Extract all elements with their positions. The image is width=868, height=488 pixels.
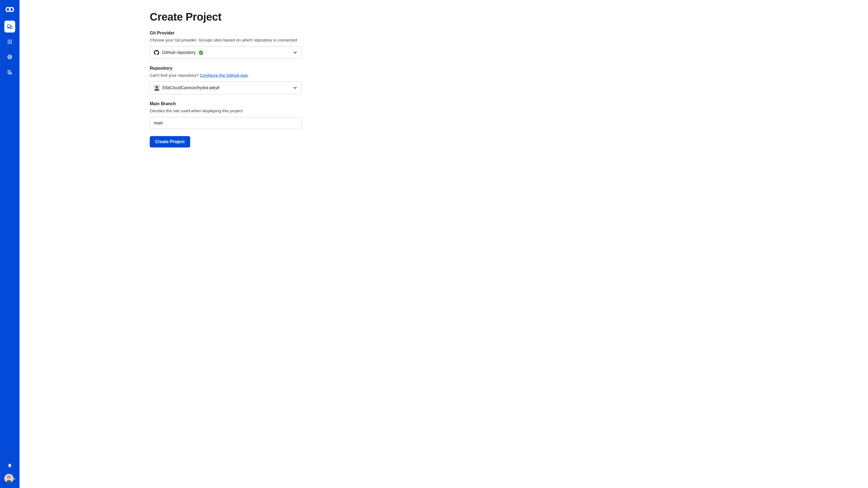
git-provider-help: Choose your Git provider. Groups sites b… [150,37,302,43]
nav-apps[interactable] [4,36,15,48]
caret-right-icon: ▸ [14,477,16,480]
globe-icon [7,54,12,60]
nav-notifications[interactable] [4,460,15,471]
bell-icon [7,463,12,468]
svg-rect-4 [10,26,12,29]
svg-rect-6 [8,40,9,41]
git-provider-value: GitHub repository [162,50,196,55]
nav-projects[interactable] [4,21,15,33]
main-branch-input-wrap [150,117,302,129]
nav-org-settings[interactable] [4,66,15,78]
repository-label: Repository [150,66,302,71]
sidebar: ▸ [0,0,20,488]
main-branch-input[interactable] [154,121,298,126]
repository-select[interactable]: EllaCloudCannon/hydra-jekyll [150,82,302,94]
repository-help: Can't find your repository? Configure th… [150,72,302,78]
svg-rect-9 [8,41,9,42]
svg-point-25 [8,477,10,479]
page-title: Create Project [150,11,302,23]
svg-rect-11 [11,41,12,42]
field-repository: Repository Can't find your repository? C… [150,66,302,95]
grid-icon [7,39,12,44]
repository-help-prefix: Can't find your repository? [150,73,200,77]
devices-icon [7,24,13,30]
svg-rect-7 [9,40,10,41]
main-content: Create Project Git Provider Choose your … [20,0,868,488]
svg-rect-13 [9,43,10,44]
svg-rect-12 [8,43,9,44]
repository-help-suffix: . [248,73,249,77]
svg-rect-10 [9,41,10,42]
github-icon [154,50,159,55]
nav-account[interactable]: ▸ [4,474,16,483]
main-branch-label: Main Branch [150,101,302,106]
svg-rect-8 [11,40,12,41]
verified-badge-icon [198,50,204,55]
svg-point-2 [9,9,11,10]
repo-owner-avatar [154,85,160,91]
chevron-down-icon [293,50,298,55]
configure-github-app-link[interactable]: Configure the GitHub App [200,73,248,77]
field-git-provider: Git Provider Choose your Git provider. G… [150,31,302,59]
create-project-form: Create Project Git Provider Choose your … [150,11,302,148]
user-avatar [4,474,13,483]
git-provider-select[interactable]: GitHub repository [150,46,302,59]
git-provider-label: Git Provider [150,31,302,35]
field-main-branch: Main Branch Decides the site used when d… [150,101,302,129]
main-branch-help: Decides the site used when displaying th… [150,108,302,114]
app-logo [5,5,14,14]
nav-items [0,21,20,78]
cloudcannon-logo-icon [5,5,14,14]
avatar-image [4,474,13,483]
create-project-button[interactable]: Create Project [150,136,190,148]
chevron-down-icon [293,86,298,90]
avatar-image [154,85,160,91]
svg-point-22 [10,73,12,74]
nav-domains[interactable] [4,51,15,63]
building-gear-icon [7,69,12,75]
svg-rect-14 [11,43,12,44]
repository-value: EllaCloudCannon/hydra-jekyll [162,86,219,90]
